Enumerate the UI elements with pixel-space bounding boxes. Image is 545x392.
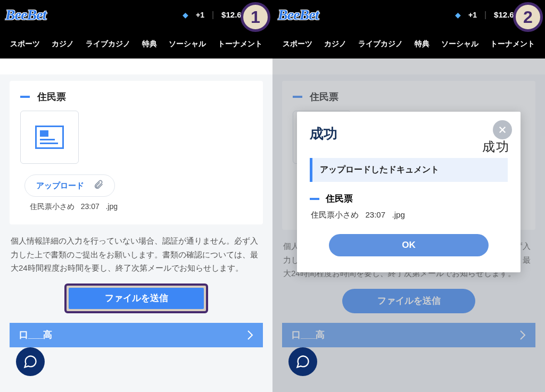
document-thumbnail[interactable] xyxy=(20,111,79,164)
main-nav: スポーツ カジノ ライブカジノ 特典 ソーシャル トーナメント xyxy=(0,29,272,59)
modal-file-meta: 住民票小さめ 23:07 .jpg xyxy=(310,210,508,220)
screen-2: BeeBet ◆ +1 | $12.60 スポーツ カジノ ライブカジノ 特典 … xyxy=(272,0,545,392)
app-header: BeeBet ◆ +1 | $12.60 xyxy=(0,0,272,29)
success-modal: 成功 成功 アップロードしたドキュメント 住民票 住民票小さめ 23:07 .j… xyxy=(297,112,521,272)
modal-title: 成功 xyxy=(310,124,508,143)
step-badge-1: 1 xyxy=(241,2,270,32)
logo[interactable]: BeeBet xyxy=(5,6,46,23)
upload-card: 住民票 アップロード 住民票小さめ 23:07 .jpg xyxy=(10,81,263,224)
step-badge-2: 2 xyxy=(513,2,543,32)
bonus-count: +1 xyxy=(196,11,204,19)
notice-text: 個人情報詳細の入力を行っていない場合、認証が通りません。必ず入力した上で書類のご… xyxy=(10,224,263,283)
modal-annotation: 成功 xyxy=(482,138,510,155)
modal-close-button[interactable] xyxy=(493,120,512,139)
nav-casino[interactable]: カジノ xyxy=(46,39,80,49)
file-meta: 住民票小さめ 23:07 .jpg xyxy=(30,202,252,212)
section-title: 住民票 xyxy=(37,90,66,103)
logo[interactable]: BeeBet xyxy=(278,6,318,23)
send-file-button[interactable]: ファイルを送信 xyxy=(69,288,204,309)
app-header: BeeBet ◆ +1 | $12.60 xyxy=(272,0,545,29)
diamond-icon: ◆ xyxy=(183,11,188,19)
nav-social[interactable]: ソーシャル xyxy=(435,39,484,49)
nav-tournament[interactable]: トーナメント xyxy=(212,39,268,49)
main-nav: スポーツ カジノ ライブカジノ 特典 ソーシャル トーナメント xyxy=(272,29,545,59)
diamond-icon: ◆ xyxy=(455,11,461,19)
nav-livecasino[interactable]: ライブカジノ xyxy=(352,39,409,49)
nav-livecasino[interactable]: ライブカジノ xyxy=(80,39,136,49)
modal-doc-title: 住民票 xyxy=(326,193,353,205)
nav-bonus[interactable]: 特典 xyxy=(409,39,435,49)
collapse-icon[interactable] xyxy=(20,96,30,98)
upload-button[interactable]: アップロード xyxy=(24,174,115,197)
nav-casino[interactable]: カジノ xyxy=(318,39,352,49)
chat-fab[interactable] xyxy=(16,347,45,376)
nav-sports[interactable]: スポーツ xyxy=(277,39,318,49)
chat-fab[interactable] xyxy=(288,347,317,376)
screen-1: BeeBet ◆ +1 | $12.60 スポーツ カジノ ライブカジノ 特典 … xyxy=(0,0,272,392)
collapse-icon xyxy=(310,198,319,200)
nav-tournament[interactable]: トーナメント xyxy=(484,39,541,49)
send-highlight: ファイルを送信 xyxy=(64,283,208,313)
nav-social[interactable]: ソーシャル xyxy=(163,39,212,49)
modal-banner: アップロードしたドキュメント xyxy=(310,158,508,182)
balance-strip[interactable]: 口___高 xyxy=(10,323,263,347)
bonus-count: +1 xyxy=(468,11,477,19)
attachment-icon xyxy=(93,179,104,192)
nav-bonus[interactable]: 特典 xyxy=(136,39,163,49)
nav-sports[interactable]: スポーツ xyxy=(4,39,46,49)
modal-ok-button[interactable]: OK xyxy=(329,234,489,256)
